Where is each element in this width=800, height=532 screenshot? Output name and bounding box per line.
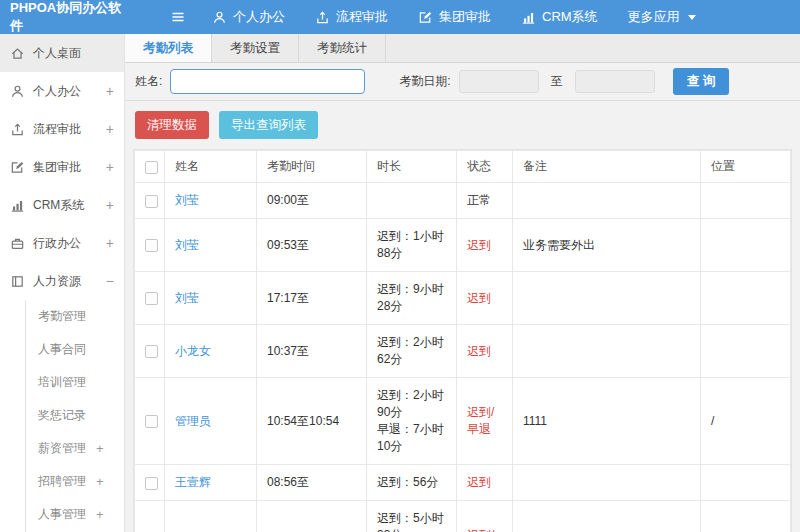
expand-plus-icon[interactable]: + [106, 83, 114, 99]
note [513, 465, 701, 501]
expand-plus-icon[interactable]: + [96, 474, 104, 489]
expand-plus-icon[interactable]: + [106, 235, 114, 251]
chart-icon [10, 198, 25, 213]
name-label: 姓名: [135, 73, 162, 90]
edit-icon [10, 160, 25, 175]
employee-name-link[interactable]: 刘莹 [165, 219, 257, 272]
date-from-input[interactable] [459, 70, 539, 93]
briefcase-icon [10, 236, 25, 251]
hr-submenu: 考勤管理 人事合同 培训管理 奖惩记录 薪资管理+ 招聘管理+ 人事管理+ 基础… [25, 300, 124, 532]
employee-name-link[interactable]: 刘莹 [165, 272, 257, 325]
sidebar-subitem-contract[interactable]: 人事合同 [26, 333, 124, 366]
row-checkbox[interactable] [145, 415, 158, 428]
sidebar-subitem-label: 奖惩记录 [38, 407, 86, 424]
note: 1111 [513, 378, 701, 465]
duration: 迟到：1小时88分 [367, 219, 457, 272]
location [701, 183, 791, 219]
sidebar-subitem-attendance[interactable]: 考勤管理 [26, 300, 124, 333]
clean-data-button[interactable]: 清理数据 [135, 111, 209, 139]
location [701, 272, 791, 325]
approval-icon [10, 122, 25, 137]
tab-attendance-list[interactable]: 考勤列表 [125, 34, 212, 62]
sidebar-item-group-approval[interactable]: 集团审批 + [0, 148, 124, 186]
hamburger-icon [170, 9, 186, 25]
select-all-checkbox[interactable] [145, 161, 158, 174]
tab-attendance-settings[interactable]: 考勤设置 [212, 34, 299, 62]
collapse-minus-icon[interactable]: − [106, 273, 114, 289]
row-checkbox[interactable] [145, 292, 158, 305]
sidebar-subitem-salary[interactable]: 薪资管理+ [26, 432, 124, 465]
sidebar-item-personal-office[interactable]: 个人办公 + [0, 72, 124, 110]
sidebar-subitem-rewards[interactable]: 奖惩记录 [26, 399, 124, 432]
row-checkbox[interactable] [145, 477, 158, 490]
sidebar-subitem-label: 招聘管理 [38, 473, 86, 490]
sidebar-subitem-personnel[interactable]: 人事管理+ [26, 498, 124, 531]
employee-name-link[interactable]: 小龙女 [165, 325, 257, 378]
table-header-row: 姓名 考勤时间 时长 状态 备注 位置 [135, 151, 791, 183]
employee-name-link[interactable]: 管理员 [165, 378, 257, 465]
sidebar-item-personal-desktop[interactable]: 个人桌面 [0, 34, 124, 72]
nav-label: 更多应用 [628, 8, 680, 26]
export-list-button[interactable]: 导出查询列表 [219, 111, 318, 139]
tab-bar: 考勤列表 考勤设置 考勤统计 [125, 34, 800, 63]
attendance-time: 09:00至 [257, 183, 367, 219]
column-header-location: 位置 [701, 151, 791, 183]
sidebar-item-label: 集团审批 [33, 159, 81, 176]
sidebar-item-label: 个人桌面 [33, 45, 81, 62]
sidebar-item-label: 流程审批 [33, 121, 81, 138]
search-button[interactable]: 查 询 [673, 68, 729, 95]
nav-group-approval[interactable]: 集团审批 [418, 8, 491, 26]
row-checkbox[interactable] [145, 345, 158, 358]
approval-icon [315, 10, 330, 25]
expand-plus-icon[interactable]: + [106, 197, 114, 213]
status: 迟到 [457, 325, 513, 378]
sidebar-item-crm[interactable]: CRM系统 + [0, 186, 124, 224]
sidebar-subitem-recruit[interactable]: 招聘管理+ [26, 465, 124, 498]
menu-toggle-button[interactable] [170, 9, 186, 25]
employee-name-link[interactable]: 王壹辉 [165, 465, 257, 501]
note [513, 272, 701, 325]
table-row: 管理员 10:54至10:54 迟到：2小时90分 早退：7小时10分 迟到/早… [135, 378, 791, 465]
attendance-time: 10:54至10:54 [257, 378, 367, 465]
nav-label: CRM系统 [542, 8, 598, 26]
row-checkbox[interactable] [145, 195, 158, 208]
sidebar-subitem-training[interactable]: 培训管理 [26, 366, 124, 399]
table-row: 刘莹 09:00至 正常 [135, 183, 791, 219]
attendance-time: 09:53至 [257, 219, 367, 272]
tab-attendance-stats[interactable]: 考勤统计 [299, 34, 386, 62]
user-icon [212, 10, 227, 25]
table-row: 王壹辉 08:56至 迟到：56分 迟到 [135, 465, 791, 501]
nav-label: 个人办公 [233, 8, 285, 26]
column-header-name: 姓名 [165, 151, 257, 183]
sidebar-item-admin-office[interactable]: 行政办公 + [0, 224, 124, 262]
column-header-status: 状态 [457, 151, 513, 183]
location: / [701, 501, 791, 532]
attendance-time: 13:20至13:20 [257, 501, 367, 532]
actions-bar: 清理数据 导出查询列表 [125, 101, 800, 149]
nav-crm-system[interactable]: CRM系统 [521, 8, 598, 26]
expand-plus-icon[interactable]: + [106, 159, 114, 175]
row-checkbox[interactable] [145, 239, 158, 252]
attendance-time: 10:37至 [257, 325, 367, 378]
expand-plus-icon[interactable]: + [96, 507, 104, 522]
user-icon [10, 84, 25, 99]
table-row: 刘莹 09:53至 迟到：1小时88分 迟到 业务需要外出 [135, 219, 791, 272]
duration: 迟到：5小时33分 早退：4小时67分 [367, 501, 457, 532]
sidebar-item-workflow-approval[interactable]: 流程审批 + [0, 110, 124, 148]
nav-personal-office[interactable]: 个人办公 [212, 8, 285, 26]
note [513, 501, 701, 532]
employee-name-link[interactable]: 刘莹 [165, 183, 257, 219]
note: 业务需要外出 [513, 219, 701, 272]
nav-more-apps[interactable]: 更多应用 [628, 8, 696, 26]
sidebar: 个人桌面 个人办公 + 流程审批 + 集团审批 + CRM系统 + 行政办公 + [0, 34, 125, 532]
date-to-input[interactable] [575, 70, 655, 93]
expand-plus-icon[interactable]: + [96, 441, 104, 456]
expand-plus-icon[interactable]: + [106, 121, 114, 137]
name-input[interactable] [170, 69, 365, 94]
employee-name-link[interactable]: 黄蓉 [165, 501, 257, 532]
nav-workflow-approval[interactable]: 流程审批 [315, 8, 388, 26]
filter-bar: 姓名: 考勤日期: 至 查 询 [125, 63, 800, 101]
status: 正常 [457, 183, 513, 219]
sidebar-item-hr[interactable]: 人力资源 − [0, 262, 124, 300]
attendance-table: 姓名 考勤时间 时长 状态 备注 位置 刘莹 09:00至 正常 [133, 149, 792, 532]
